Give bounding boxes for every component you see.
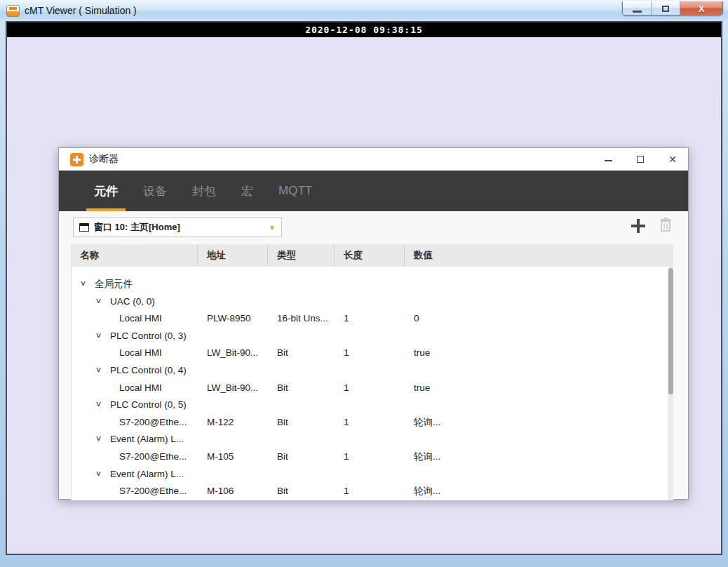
type-cell: Bit — [277, 414, 288, 432]
diagnoser-dialog: 诊断器 ✕ 元件设备封包宏MQTT 窗口 10: 主页[Home] ▼ — [58, 147, 689, 500]
address-cell: PLW-8950 — [207, 310, 251, 328]
cmt-viewer-window: cMT Viewer ( Simulation ) X 2020-12-08 0… — [0, 0, 728, 567]
device-name-cell: Local HMI — [119, 380, 162, 397]
group-row[interactable]: ˅全局元件 — [72, 276, 668, 293]
tree-body: ˅全局元件˅UAC (0, 0)Local HMIPLW-895016-bit … — [71, 267, 668, 500]
trash-icon — [659, 217, 673, 232]
group-row[interactable]: ˅PLC Control (0, 3) — [72, 328, 668, 345]
minimize-button[interactable] — [623, 1, 652, 15]
diagnoser-icon — [70, 153, 83, 166]
column-header[interactable]: 名称 — [71, 244, 99, 267]
dialog-close-button[interactable]: ✕ — [667, 154, 678, 165]
dialog-controls: ✕ — [602, 148, 678, 171]
value-cell: 轮询... — [414, 483, 440, 500]
delete-watch-button[interactable] — [659, 217, 673, 235]
main-titlebar[interactable]: cMT Viewer ( Simulation ) X — [0, 0, 728, 21]
length-cell: 1 — [344, 310, 349, 328]
chevron-down-icon[interactable]: ˅ — [79, 276, 88, 293]
window-content: 2020-12-08 09:38:15 诊断器 ✕ 元件设备封包宏MQTT 窗口… — [6, 21, 722, 555]
group-row[interactable]: ˅PLC Control (0, 5) — [72, 396, 668, 414]
length-cell: 1 — [344, 483, 349, 500]
group-label: PLC Control (0, 5) — [110, 399, 187, 410]
watch-table: 名称地址类型长度数值 ˅全局元件˅UAC (0, 0)Local HMIPLW-… — [71, 244, 673, 500]
window-select-dropdown[interactable]: 窗口 10: 主页[Home] ▼ — [73, 218, 282, 237]
address-cell: LW_Bit-90... — [207, 345, 258, 362]
cmt-viewer-app-icon — [6, 5, 20, 17]
value-cell: 轮询... — [414, 414, 440, 432]
device-name-cell: S7-200@Ethe... — [119, 448, 187, 466]
table-header: 名称地址类型长度数值 — [71, 244, 673, 267]
scrollbar-thumb[interactable] — [668, 268, 673, 394]
address-cell: M-105 — [207, 448, 234, 466]
main-window-controls: X — [622, 1, 723, 15]
device-name-cell: S7-200@Ethe... — [119, 414, 187, 432]
close-icon: X — [699, 4, 705, 14]
minimize-icon — [605, 160, 612, 161]
maximize-icon — [662, 6, 669, 12]
maximize-icon — [637, 156, 644, 163]
element-row[interactable]: Local HMILW_Bit-90...Bit1true — [72, 380, 668, 397]
vertical-scrollbar[interactable] — [668, 267, 673, 500]
length-cell: 1 — [344, 448, 349, 466]
length-cell: 1 — [344, 345, 349, 362]
column-header[interactable]: 长度 — [334, 244, 363, 267]
chevron-down-icon[interactable]: ˅ — [94, 362, 103, 380]
device-name-cell: S7-200@Ethe... — [119, 483, 187, 500]
group-row[interactable]: ˅Event (Alarm) L... — [72, 431, 668, 448]
type-cell: Bit — [277, 345, 288, 362]
minimize-icon — [633, 11, 642, 13]
tab-element[interactable]: 元件 — [94, 171, 118, 211]
type-cell: Bit — [277, 483, 288, 500]
chevron-down-icon[interactable]: ˅ — [94, 293, 103, 311]
value-cell: 0 — [414, 310, 419, 328]
column-header[interactable]: 地址 — [197, 244, 226, 267]
window-select-value: 窗口 10: 主页[Home] — [94, 221, 269, 234]
tab-device[interactable]: 设备 — [143, 171, 167, 211]
length-cell: 1 — [344, 380, 349, 397]
dialog-maximize-button[interactable] — [635, 154, 646, 165]
group-label: PLC Control (0, 3) — [110, 331, 187, 341]
column-header[interactable]: 数值 — [404, 244, 433, 267]
group-row[interactable]: ˅Event (Alarm) L... — [72, 466, 668, 483]
element-row[interactable]: Local HMIPLW-895016-bit Uns...10 — [72, 310, 668, 328]
dialog-titlebar[interactable]: 诊断器 ✕ — [59, 148, 688, 171]
add-watch-button[interactable] — [631, 218, 646, 234]
device-name-cell: Local HMI — [119, 310, 162, 328]
group-label: UAC (0, 0) — [110, 296, 155, 307]
column-header[interactable]: 类型 — [267, 244, 296, 267]
clock-bar: 2020-12-08 09:38:15 — [7, 22, 721, 37]
type-cell: 16-bit Uns... — [277, 310, 328, 328]
toolbar-icons — [631, 217, 673, 235]
chevron-down-icon[interactable]: ˅ — [94, 431, 103, 448]
tab-packet[interactable]: 封包 — [192, 171, 216, 211]
maximize-button[interactable] — [652, 1, 680, 15]
close-button[interactable]: X — [680, 1, 722, 15]
dialog-toolbar: 窗口 10: 主页[Home] ▼ — [59, 211, 688, 244]
group-label: Event (Alarm) L... — [110, 469, 184, 479]
group-row[interactable]: ˅UAC (0, 0) — [72, 293, 668, 311]
group-label: 全局元件 — [95, 279, 133, 289]
chevron-down-icon[interactable]: ˅ — [94, 466, 103, 483]
device-name-cell: Local HMI — [119, 345, 162, 362]
element-row[interactable]: Local HMILW_Bit-90...Bit1true — [72, 345, 668, 362]
chevron-down-icon[interactable]: ˅ — [94, 396, 103, 414]
value-cell: true — [414, 380, 430, 397]
element-row[interactable]: S7-200@Ethe...M-106Bit1轮询... — [72, 483, 668, 500]
value-cell: true — [414, 345, 430, 362]
group-label: PLC Control (0, 4) — [110, 365, 187, 375]
dialog-title: 诊断器 — [89, 153, 119, 166]
length-cell: 1 — [344, 414, 349, 432]
group-row[interactable]: ˅PLC Control (0, 4) — [72, 362, 668, 380]
element-row[interactable]: S7-200@Ethe...M-122Bit1轮询... — [72, 414, 668, 432]
tab-bar: 元件设备封包宏MQTT — [59, 171, 688, 211]
dialog-minimize-button[interactable] — [602, 154, 614, 165]
clock-text: 2020-12-08 09:38:15 — [305, 25, 423, 35]
tab-mqtt[interactable]: MQTT — [278, 171, 312, 211]
main-window-title: cMT Viewer ( Simulation ) — [25, 5, 137, 16]
chevron-down-icon[interactable]: ˅ — [94, 328, 103, 345]
close-icon: ✕ — [668, 154, 677, 165]
chevron-down-icon: ▼ — [269, 224, 276, 232]
tab-macro[interactable]: 宏 — [241, 171, 253, 211]
element-row[interactable]: S7-200@Ethe...M-105Bit1轮询... — [72, 448, 668, 466]
value-cell: 轮询... — [414, 448, 440, 466]
